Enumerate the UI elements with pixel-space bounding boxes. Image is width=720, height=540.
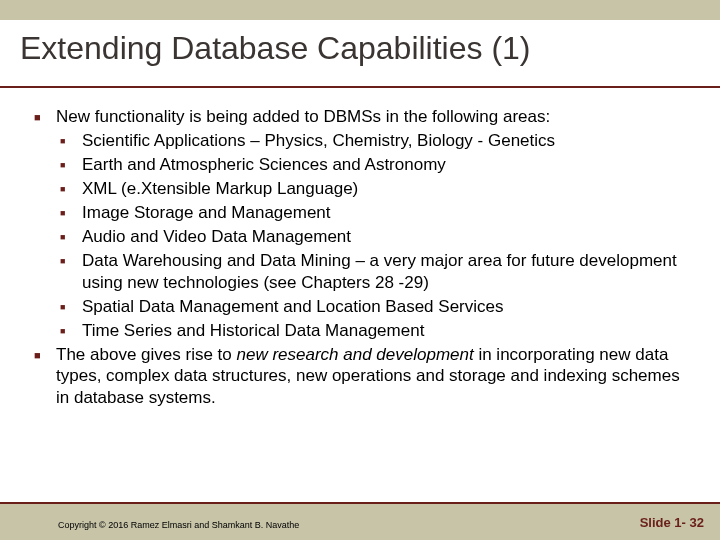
bullet-text: Earth and Atmospheric Sciences and Astro… <box>82 154 692 176</box>
list-item: ■ Data Warehousing and Data Mining – a v… <box>82 250 692 294</box>
body-area: ■ New functionality is being added to DB… <box>0 88 720 502</box>
bullet-text: Image Storage and Management <box>82 202 692 224</box>
square-bullet-icon: ■ <box>60 178 82 200</box>
square-bullet-icon: ■ <box>60 320 82 342</box>
square-bullet-icon: ■ <box>60 250 82 272</box>
square-bullet-icon: ■ <box>34 344 56 366</box>
bullet-text: Data Warehousing and Data Mining – a ver… <box>82 250 692 294</box>
slide-number: Slide 1- 32 <box>640 515 704 530</box>
list-item: ■ Earth and Atmospheric Sciences and Ast… <box>82 154 692 176</box>
bullet-level1: ■ New functionality is being added to DB… <box>56 106 692 128</box>
page-title: Extending Database Capabilities (1) <box>0 20 720 67</box>
copyright-text: Copyright © 2016 Ramez Elmasri and Shamk… <box>58 520 299 530</box>
footer-band: Copyright © 2016 Ramez Elmasri and Shamk… <box>0 504 720 540</box>
bullet-text: XML (e.Xtensible Markup Language) <box>82 178 692 200</box>
bullet-text: New functionality is being added to DBMS… <box>56 106 692 128</box>
list-item: ■ Scientific Applications – Physics, Che… <box>82 130 692 152</box>
square-bullet-icon: ■ <box>60 296 82 318</box>
list-item: ■ Image Storage and Management <box>82 202 692 224</box>
square-bullet-icon: ■ <box>60 226 82 248</box>
square-bullet-icon: ■ <box>60 154 82 176</box>
list-item: ■ Spatial Data Management and Location B… <box>82 296 692 318</box>
bullet-level2: ■ Scientific Applications – Physics, Che… <box>82 130 692 342</box>
square-bullet-icon: ■ <box>60 202 82 224</box>
list-item: ■ The above gives rise to new research a… <box>56 344 692 409</box>
bullet-text: Time Series and Historical Data Manageme… <box>82 320 692 342</box>
bullet-text: The above gives rise to new research and… <box>56 344 692 409</box>
bullet-text: Audio and Video Data Management <box>82 226 692 248</box>
list-item: ■ New functionality is being added to DB… <box>56 106 692 128</box>
bullet-text: Scientific Applications – Physics, Chemi… <box>82 130 692 152</box>
square-bullet-icon: ■ <box>34 106 56 128</box>
bullet-level1: ■ The above gives rise to new research a… <box>56 344 692 409</box>
list-item: ■ Audio and Video Data Management <box>82 226 692 248</box>
text-run: The above gives rise to <box>56 345 236 364</box>
bullet-text: Spatial Data Management and Location Bas… <box>82 296 692 318</box>
slide: Extending Database Capabilities (1) ■ Ne… <box>0 0 720 540</box>
list-item: ■ Time Series and Historical Data Manage… <box>82 320 692 342</box>
text-run-emphasis: new research and development <box>236 345 473 364</box>
title-area: Extending Database Capabilities (1) <box>0 20 720 86</box>
list-item: ■ XML (e.Xtensible Markup Language) <box>82 178 692 200</box>
top-decor-band <box>0 0 720 20</box>
square-bullet-icon: ■ <box>60 130 82 152</box>
